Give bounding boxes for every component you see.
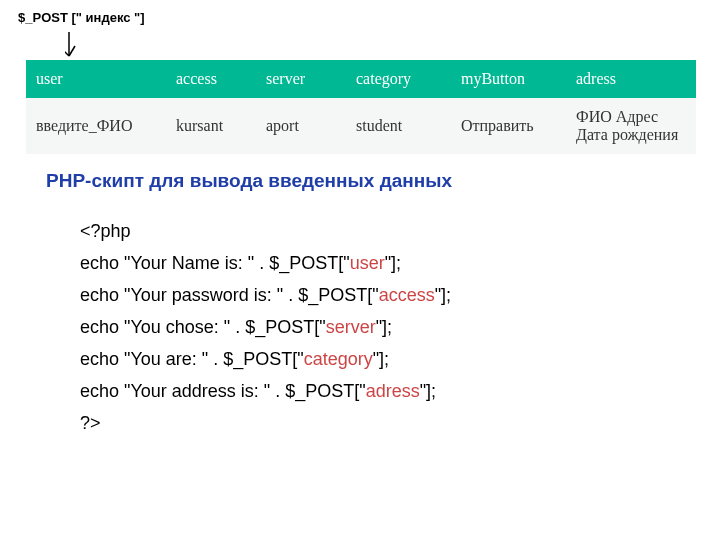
code-line-open: <?php <box>80 215 451 247</box>
cell-server: aport <box>256 98 346 154</box>
cell-access: kursant <box>166 98 256 154</box>
table-row: введите_ФИО kursant aport student Отправ… <box>26 98 696 154</box>
cell-mybutton: Отправить <box>451 98 566 154</box>
cell-adress: ФИО Адрес Дата рождения <box>566 98 696 154</box>
col-header-access: access <box>166 60 256 98</box>
col-header-user: user <box>26 60 166 98</box>
code-line: echo "You chose: " . $_POST["server"]; <box>80 311 451 343</box>
col-header-category: category <box>346 60 451 98</box>
col-header-adress: adress <box>566 60 696 98</box>
code-line: echo "You are: " . $_POST["category"]; <box>80 343 451 375</box>
code-line: echo "Your address is: " . $_POST["adres… <box>80 375 451 407</box>
table-header-row: user access server category myButton adr… <box>26 60 696 98</box>
col-header-mybutton: myButton <box>451 60 566 98</box>
post-fields-table: user access server category myButton adr… <box>26 60 696 154</box>
col-header-server: server <box>256 60 346 98</box>
code-line: echo "Your Name is: " . $_POST["user"]; <box>80 247 451 279</box>
code-line: echo "Your password is: " . $_POST["acce… <box>80 279 451 311</box>
cell-user: введите_ФИО <box>26 98 166 154</box>
cell-category: student <box>346 98 451 154</box>
php-code-block: <?php echo "Your Name is: " . $_POST["us… <box>80 215 451 439</box>
svg-line-2 <box>69 46 75 56</box>
section-heading: PHP-скипт для вывода введенных данных <box>46 170 452 192</box>
code-line-close: ?> <box>80 407 451 439</box>
post-index-annotation: $_POST [" индекс "] <box>18 10 145 25</box>
